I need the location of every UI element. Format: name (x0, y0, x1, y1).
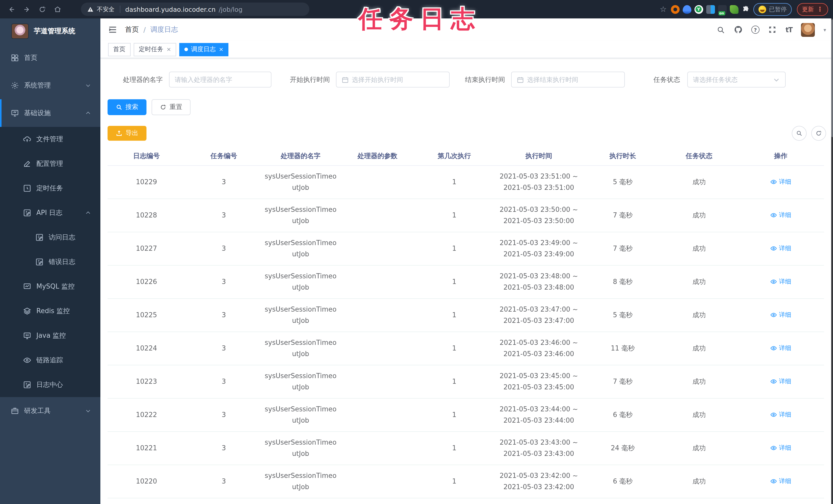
active-dot-icon (184, 48, 188, 51)
detail-link[interactable]: 详细 (770, 244, 791, 253)
sidebar-item-mysql-monitor[interactable]: MySQL 监控 (0, 274, 100, 299)
job-id-cell: 3 (185, 298, 262, 332)
param-cell (339, 265, 416, 298)
table-row: 10221 3 sysUserSessionTimeoutJob 1 2021-… (108, 431, 824, 464)
handler-field[interactable] (175, 76, 266, 83)
sidebar-item-dev-tools[interactable]: 研发工具 (0, 397, 100, 425)
address-bar[interactable]: 不安全 dashboard.yudao.iocoder.cn/job/log (81, 3, 309, 16)
detail-link[interactable]: 详细 (770, 444, 791, 452)
start-time-input[interactable] (336, 72, 450, 87)
sidebar-item-error-log[interactable]: 错误日志 (0, 250, 100, 274)
param-cell (339, 232, 416, 265)
status-field[interactable] (693, 76, 770, 83)
time-cell: 2021-05-03 23:50:00 ~ 2021-05-03 23:50:0… (493, 199, 585, 232)
bookmark-star-icon[interactable]: ☆ (659, 5, 668, 14)
duration-cell: 11 毫秒 (585, 332, 661, 365)
user-avatar[interactable] (801, 23, 815, 36)
action-cell: 详细 (737, 332, 824, 365)
close-icon[interactable]: × (166, 46, 171, 53)
toggle-search-button[interactable] (792, 126, 807, 141)
job-log-table: 日志编号任务编号处理器的名字处理器的参数第几次执行执行时间执行时长任务状态操作 … (108, 147, 824, 498)
handler-cell: sysUserSessionTimeoutJob (262, 464, 339, 498)
export-button[interactable]: 导出 (108, 126, 146, 141)
refresh-table-button[interactable] (811, 126, 826, 141)
count-cell: 1 (416, 431, 493, 464)
log-icon (23, 209, 31, 217)
hamburger-icon[interactable] (108, 25, 118, 35)
sidebar-item-tracing[interactable]: 链路追踪 (0, 348, 100, 373)
job-id-cell: 3 (185, 165, 262, 199)
tab-scheduled-jobs[interactable]: 定时任务 × (134, 43, 176, 56)
column-header: 任务编号 (185, 147, 262, 165)
kebab-menu-icon[interactable]: ⋮ (817, 6, 823, 13)
screen: 不安全 dashboard.yudao.iocoder.cn/job/log ☆… (0, 0, 833, 504)
chevron-up-icon (85, 210, 91, 216)
breadcrumb-home[interactable]: 首页 (125, 25, 139, 34)
extension-leaf-icon[interactable] (730, 5, 738, 14)
end-time-field[interactable] (527, 76, 619, 83)
extension-pin-icon[interactable] (683, 5, 691, 14)
tab-job-log[interactable]: 调度日志 × (179, 43, 229, 56)
extensions-puzzle-icon[interactable] (741, 5, 750, 14)
count-cell: 1 (416, 298, 493, 332)
extension-switch-icon[interactable]: on (718, 5, 727, 14)
sidebar-item-log-center[interactable]: 日志中心 (0, 373, 100, 397)
sidebar-item-api-log[interactable]: API 日志 (0, 201, 100, 225)
home-icon[interactable] (51, 3, 64, 15)
sidebar-item-scheduled-jobs[interactable]: 定时任务 (0, 176, 100, 201)
extension-y-icon[interactable]: Y (694, 5, 703, 14)
job-id-cell: 3 (185, 332, 262, 365)
tab-home[interactable]: 首页 (108, 43, 130, 56)
extension-grid-icon[interactable] (706, 5, 715, 14)
handler-input[interactable] (169, 72, 271, 87)
app-logo-row[interactable]: 芋道管理系统 (0, 19, 100, 44)
log-id-cell: 10224 (108, 332, 185, 365)
avatar-caret-icon[interactable]: ▾ (824, 27, 826, 32)
column-header: 处理器的参数 (339, 147, 416, 165)
forward-icon[interactable] (21, 3, 33, 15)
end-time-input[interactable] (511, 72, 625, 87)
search-button[interactable]: 搜索 (108, 99, 146, 115)
detail-link[interactable]: 详细 (770, 210, 791, 219)
log-id-cell: 10222 (108, 398, 185, 431)
status-cell: 成功 (661, 165, 737, 199)
sidebar-item-infrastructure[interactable]: 基础设施 (0, 99, 100, 127)
close-icon[interactable]: × (219, 46, 223, 53)
profile-paused-badge[interactable]: 已暂停 (753, 3, 792, 16)
status-cell: 成功 (661, 232, 737, 265)
sidebar-item-home[interactable]: 首页 (0, 44, 100, 72)
sidebar-item-redis-monitor[interactable]: Redis 监控 (0, 299, 100, 323)
sidebar-item-access-log[interactable]: 访问日志 (0, 225, 100, 250)
detail-link[interactable]: 详细 (770, 377, 791, 385)
scrollbar-thumb[interactable] (831, 20, 833, 137)
reset-button[interactable]: 重置 (151, 99, 191, 115)
detail-link[interactable]: 详细 (770, 344, 791, 352)
header-search-icon[interactable] (716, 25, 725, 34)
fullscreen-icon[interactable] (768, 25, 777, 34)
font-size-icon[interactable]: tT (786, 26, 792, 33)
browser-update-button[interactable]: 更新 ⋮ (797, 3, 828, 16)
handler-label: 处理器的名字 (123, 75, 163, 84)
sidebar-item-config-management[interactable]: 配置管理 (0, 151, 100, 176)
java-monitor-icon (23, 332, 31, 340)
reload-icon[interactable] (36, 3, 48, 15)
github-icon[interactable] (734, 25, 743, 34)
sidebar-item-java-monitor[interactable]: Java 监控 (0, 323, 100, 348)
detail-link[interactable]: 详细 (770, 410, 791, 419)
cloud-upload-icon (23, 135, 31, 143)
sidebar-item-system[interactable]: 系统管理 (0, 72, 100, 99)
help-icon[interactable]: ? (751, 26, 760, 34)
detail-link[interactable]: 详细 (770, 177, 791, 186)
detail-link[interactable]: 详细 (770, 477, 791, 485)
security-label: 不安全 (97, 5, 115, 13)
detail-link[interactable]: 详细 (770, 310, 791, 319)
back-icon[interactable] (5, 3, 18, 15)
scrollbar[interactable] (831, 19, 833, 504)
status-select[interactable] (687, 72, 786, 87)
column-header: 任务状态 (661, 147, 737, 165)
extension-orange-icon[interactable] (671, 5, 680, 14)
detail-link[interactable]: 详细 (770, 277, 791, 286)
layers-icon (23, 307, 31, 315)
start-time-field[interactable] (352, 76, 444, 83)
sidebar-item-file-management[interactable]: 文件管理 (0, 127, 100, 151)
